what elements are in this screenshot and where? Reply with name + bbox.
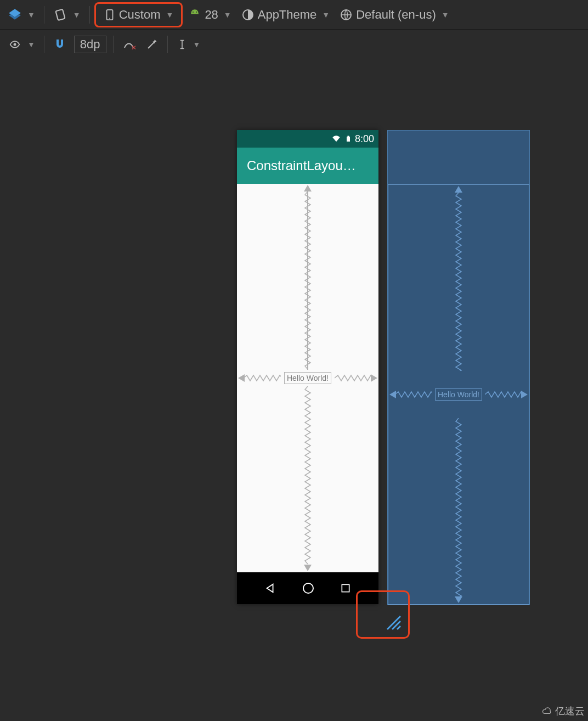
globe-icon bbox=[340, 8, 353, 21]
theme-selector[interactable]: AppTheme ▼ bbox=[237, 5, 334, 24]
svg-point-3 bbox=[193, 12, 194, 13]
eye-icon bbox=[8, 39, 22, 50]
guideline-icon bbox=[177, 37, 188, 52]
textview[interactable]: Hello World! bbox=[435, 388, 482, 401]
magnet-icon bbox=[53, 38, 66, 51]
design-canvas[interactable]: 8:00 ConstraintLayou… Hello World! bbox=[0, 59, 588, 721]
resize-handle-icon[interactable] bbox=[384, 613, 404, 633]
svg-rect-0 bbox=[55, 9, 65, 20]
constraint-spring-left bbox=[395, 391, 432, 398]
status-bar: 8:00 bbox=[237, 130, 378, 148]
api-label: 28 bbox=[205, 8, 218, 22]
svg-point-4 bbox=[196, 12, 197, 13]
nav-recent-icon[interactable] bbox=[340, 583, 351, 594]
secondary-toolbar: ▼ 8dp ✕ ▼ bbox=[0, 30, 588, 59]
rotate-icon bbox=[53, 8, 67, 22]
app-title: ConstraintLayou… bbox=[247, 158, 356, 173]
cloud-icon bbox=[541, 706, 553, 716]
wand-icon bbox=[145, 38, 159, 51]
constraint-spring-top bbox=[304, 191, 312, 370]
constraint-spring-left bbox=[244, 374, 281, 382]
battery-icon bbox=[345, 134, 352, 144]
arrow-up-icon bbox=[455, 186, 462, 193]
watermark: 亿速云 bbox=[541, 705, 585, 718]
layers-icon bbox=[8, 8, 22, 22]
design-surface[interactable]: 8:00 ConstraintLayou… Hello World! bbox=[237, 130, 378, 604]
guidelines-button[interactable]: ▼ bbox=[172, 35, 205, 54]
blueprint-surface[interactable]: Hello World! bbox=[387, 130, 530, 605]
svg-rect-12 bbox=[342, 584, 349, 592]
clear-constraints-icon: ✕ bbox=[122, 38, 135, 51]
surfaces-button[interactable]: ▼ bbox=[3, 5, 39, 24]
device-label: Custom bbox=[119, 8, 161, 22]
app-bar: ConstraintLayou… bbox=[237, 148, 378, 184]
default-margin-button[interactable]: 8dp bbox=[72, 35, 109, 54]
arrow-down-icon bbox=[455, 596, 462, 603]
design-content[interactable]: Hello World! bbox=[237, 184, 378, 572]
textview[interactable]: Hello World! bbox=[284, 372, 331, 384]
orientation-button[interactable]: ▼ bbox=[49, 5, 85, 24]
main-toolbar: ▼ ▼ Custom ▼ 28 ▼ AppTheme ▼ Default (en… bbox=[0, 0, 588, 30]
svg-point-11 bbox=[303, 583, 313, 593]
resize-handle-highlight bbox=[356, 590, 410, 639]
arrow-left-icon bbox=[238, 374, 245, 382]
arrow-right-icon bbox=[521, 391, 528, 398]
svg-point-7 bbox=[14, 43, 16, 46]
phone-icon bbox=[104, 7, 116, 22]
view-options-button[interactable]: ▼ bbox=[3, 37, 39, 52]
infer-constraints-button[interactable] bbox=[141, 36, 163, 53]
constraint-spring-bottom bbox=[304, 386, 312, 565]
device-selector[interactable]: Custom ▼ bbox=[94, 2, 183, 27]
blueprint-content[interactable]: Hello World! bbox=[388, 184, 529, 605]
theme-label: AppTheme bbox=[258, 8, 317, 22]
constraint-spring-bottom bbox=[455, 418, 462, 596]
api-selector[interactable]: 28 ▼ bbox=[184, 5, 235, 24]
locale-label: Default (en-us) bbox=[356, 8, 436, 22]
svg-rect-10 bbox=[347, 136, 349, 137]
constraint-spring-right bbox=[485, 391, 522, 398]
nav-back-icon[interactable] bbox=[264, 582, 276, 594]
locale-selector[interactable]: Default (en-us) ▼ bbox=[335, 5, 453, 24]
svg-point-2 bbox=[109, 18, 110, 19]
svg-text:✕: ✕ bbox=[131, 44, 135, 51]
autoconnect-button[interactable] bbox=[49, 36, 71, 53]
arrow-right-icon bbox=[371, 374, 377, 382]
arrow-down-icon bbox=[304, 565, 312, 571]
arrow-left-icon bbox=[389, 391, 396, 398]
constraint-spring-top bbox=[455, 193, 462, 371]
grid-label: 8dp bbox=[74, 36, 106, 53]
theme-icon bbox=[241, 8, 255, 21]
wifi-icon bbox=[331, 134, 342, 143]
arrow-up-icon bbox=[304, 185, 312, 191]
nav-home-icon[interactable] bbox=[302, 582, 315, 595]
status-time: 8:00 bbox=[355, 133, 374, 145]
svg-rect-9 bbox=[347, 137, 350, 142]
clear-constraints-button[interactable]: ✕ bbox=[118, 36, 140, 53]
constraint-spring-right bbox=[335, 374, 372, 382]
android-icon bbox=[188, 8, 201, 21]
